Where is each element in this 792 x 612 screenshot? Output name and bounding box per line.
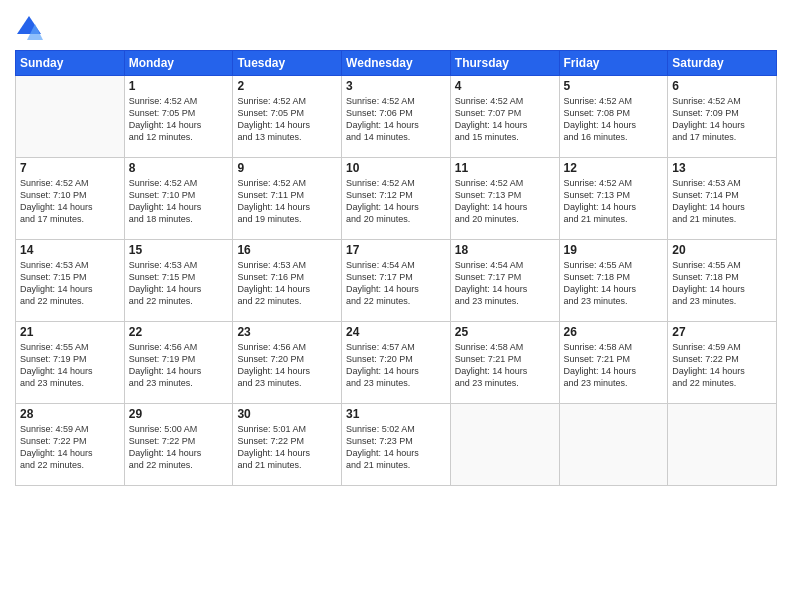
- day-info: Sunrise: 4:53 AM Sunset: 7:14 PM Dayligh…: [672, 177, 772, 226]
- calendar-cell: 31Sunrise: 5:02 AM Sunset: 7:23 PM Dayli…: [342, 404, 451, 486]
- day-info: Sunrise: 4:55 AM Sunset: 7:18 PM Dayligh…: [564, 259, 664, 308]
- day-info: Sunrise: 4:52 AM Sunset: 7:08 PM Dayligh…: [564, 95, 664, 144]
- day-info: Sunrise: 4:53 AM Sunset: 7:15 PM Dayligh…: [129, 259, 229, 308]
- calendar-cell: 1Sunrise: 4:52 AM Sunset: 7:05 PM Daylig…: [124, 76, 233, 158]
- calendar-table: SundayMondayTuesdayWednesdayThursdayFrid…: [15, 50, 777, 486]
- day-info: Sunrise: 4:52 AM Sunset: 7:09 PM Dayligh…: [672, 95, 772, 144]
- day-number: 30: [237, 407, 337, 421]
- calendar-cell: 24Sunrise: 4:57 AM Sunset: 7:20 PM Dayli…: [342, 322, 451, 404]
- day-info: Sunrise: 4:52 AM Sunset: 7:07 PM Dayligh…: [455, 95, 555, 144]
- day-number: 8: [129, 161, 229, 175]
- calendar-cell: 15Sunrise: 4:53 AM Sunset: 7:15 PM Dayli…: [124, 240, 233, 322]
- calendar-day-header: Tuesday: [233, 51, 342, 76]
- calendar-cell: [559, 404, 668, 486]
- calendar-day-header: Sunday: [16, 51, 125, 76]
- day-number: 29: [129, 407, 229, 421]
- calendar-cell: 25Sunrise: 4:58 AM Sunset: 7:21 PM Dayli…: [450, 322, 559, 404]
- calendar-cell: 13Sunrise: 4:53 AM Sunset: 7:14 PM Dayli…: [668, 158, 777, 240]
- calendar-week-row: 21Sunrise: 4:55 AM Sunset: 7:19 PM Dayli…: [16, 322, 777, 404]
- page: SundayMondayTuesdayWednesdayThursdayFrid…: [0, 0, 792, 612]
- day-info: Sunrise: 4:52 AM Sunset: 7:10 PM Dayligh…: [20, 177, 120, 226]
- day-number: 10: [346, 161, 446, 175]
- calendar-cell: 16Sunrise: 4:53 AM Sunset: 7:16 PM Dayli…: [233, 240, 342, 322]
- calendar-week-row: 28Sunrise: 4:59 AM Sunset: 7:22 PM Dayli…: [16, 404, 777, 486]
- day-number: 27: [672, 325, 772, 339]
- calendar-cell: 23Sunrise: 4:56 AM Sunset: 7:20 PM Dayli…: [233, 322, 342, 404]
- day-number: 31: [346, 407, 446, 421]
- day-number: 13: [672, 161, 772, 175]
- day-info: Sunrise: 4:54 AM Sunset: 7:17 PM Dayligh…: [455, 259, 555, 308]
- calendar-cell: 7Sunrise: 4:52 AM Sunset: 7:10 PM Daylig…: [16, 158, 125, 240]
- calendar-cell: 8Sunrise: 4:52 AM Sunset: 7:10 PM Daylig…: [124, 158, 233, 240]
- calendar-cell: 27Sunrise: 4:59 AM Sunset: 7:22 PM Dayli…: [668, 322, 777, 404]
- day-number: 23: [237, 325, 337, 339]
- calendar-cell: 21Sunrise: 4:55 AM Sunset: 7:19 PM Dayli…: [16, 322, 125, 404]
- calendar-cell: 18Sunrise: 4:54 AM Sunset: 7:17 PM Dayli…: [450, 240, 559, 322]
- day-number: 24: [346, 325, 446, 339]
- day-number: 1: [129, 79, 229, 93]
- calendar-cell: 29Sunrise: 5:00 AM Sunset: 7:22 PM Dayli…: [124, 404, 233, 486]
- calendar-day-header: Saturday: [668, 51, 777, 76]
- day-number: 12: [564, 161, 664, 175]
- calendar-cell: 22Sunrise: 4:56 AM Sunset: 7:19 PM Dayli…: [124, 322, 233, 404]
- calendar-cell: 17Sunrise: 4:54 AM Sunset: 7:17 PM Dayli…: [342, 240, 451, 322]
- calendar-cell: [668, 404, 777, 486]
- day-number: 2: [237, 79, 337, 93]
- day-number: 25: [455, 325, 555, 339]
- day-info: Sunrise: 4:52 AM Sunset: 7:06 PM Dayligh…: [346, 95, 446, 144]
- day-number: 15: [129, 243, 229, 257]
- day-number: 4: [455, 79, 555, 93]
- header: [15, 10, 777, 42]
- day-number: 5: [564, 79, 664, 93]
- calendar-cell: 12Sunrise: 4:52 AM Sunset: 7:13 PM Dayli…: [559, 158, 668, 240]
- day-info: Sunrise: 4:56 AM Sunset: 7:20 PM Dayligh…: [237, 341, 337, 390]
- calendar-cell: 19Sunrise: 4:55 AM Sunset: 7:18 PM Dayli…: [559, 240, 668, 322]
- day-number: 11: [455, 161, 555, 175]
- calendar-week-row: 7Sunrise: 4:52 AM Sunset: 7:10 PM Daylig…: [16, 158, 777, 240]
- calendar-cell: 30Sunrise: 5:01 AM Sunset: 7:22 PM Dayli…: [233, 404, 342, 486]
- day-number: 20: [672, 243, 772, 257]
- day-info: Sunrise: 4:55 AM Sunset: 7:18 PM Dayligh…: [672, 259, 772, 308]
- day-info: Sunrise: 4:53 AM Sunset: 7:15 PM Dayligh…: [20, 259, 120, 308]
- calendar-cell: 2Sunrise: 4:52 AM Sunset: 7:05 PM Daylig…: [233, 76, 342, 158]
- day-number: 17: [346, 243, 446, 257]
- calendar-day-header: Wednesday: [342, 51, 451, 76]
- calendar-cell: 4Sunrise: 4:52 AM Sunset: 7:07 PM Daylig…: [450, 76, 559, 158]
- calendar-cell: 28Sunrise: 4:59 AM Sunset: 7:22 PM Dayli…: [16, 404, 125, 486]
- calendar-cell: 5Sunrise: 4:52 AM Sunset: 7:08 PM Daylig…: [559, 76, 668, 158]
- calendar-cell: 20Sunrise: 4:55 AM Sunset: 7:18 PM Dayli…: [668, 240, 777, 322]
- day-info: Sunrise: 4:53 AM Sunset: 7:16 PM Dayligh…: [237, 259, 337, 308]
- day-info: Sunrise: 4:52 AM Sunset: 7:05 PM Dayligh…: [237, 95, 337, 144]
- calendar-cell: [450, 404, 559, 486]
- day-number: 6: [672, 79, 772, 93]
- logo-icon: [15, 14, 43, 42]
- day-info: Sunrise: 5:00 AM Sunset: 7:22 PM Dayligh…: [129, 423, 229, 472]
- day-info: Sunrise: 4:52 AM Sunset: 7:10 PM Dayligh…: [129, 177, 229, 226]
- day-info: Sunrise: 4:59 AM Sunset: 7:22 PM Dayligh…: [672, 341, 772, 390]
- calendar-cell: 3Sunrise: 4:52 AM Sunset: 7:06 PM Daylig…: [342, 76, 451, 158]
- calendar-day-header: Monday: [124, 51, 233, 76]
- logo: [15, 14, 47, 42]
- day-number: 3: [346, 79, 446, 93]
- day-info: Sunrise: 5:02 AM Sunset: 7:23 PM Dayligh…: [346, 423, 446, 472]
- day-number: 26: [564, 325, 664, 339]
- calendar-day-header: Thursday: [450, 51, 559, 76]
- calendar-day-header: Friday: [559, 51, 668, 76]
- calendar-cell: 26Sunrise: 4:58 AM Sunset: 7:21 PM Dayli…: [559, 322, 668, 404]
- calendar-header-row: SundayMondayTuesdayWednesdayThursdayFrid…: [16, 51, 777, 76]
- day-number: 22: [129, 325, 229, 339]
- day-info: Sunrise: 4:56 AM Sunset: 7:19 PM Dayligh…: [129, 341, 229, 390]
- calendar-cell: 14Sunrise: 4:53 AM Sunset: 7:15 PM Dayli…: [16, 240, 125, 322]
- day-info: Sunrise: 4:52 AM Sunset: 7:13 PM Dayligh…: [564, 177, 664, 226]
- calendar-cell: 11Sunrise: 4:52 AM Sunset: 7:13 PM Dayli…: [450, 158, 559, 240]
- calendar-cell: 9Sunrise: 4:52 AM Sunset: 7:11 PM Daylig…: [233, 158, 342, 240]
- day-info: Sunrise: 4:55 AM Sunset: 7:19 PM Dayligh…: [20, 341, 120, 390]
- day-info: Sunrise: 4:52 AM Sunset: 7:12 PM Dayligh…: [346, 177, 446, 226]
- calendar-cell: 6Sunrise: 4:52 AM Sunset: 7:09 PM Daylig…: [668, 76, 777, 158]
- day-info: Sunrise: 4:52 AM Sunset: 7:13 PM Dayligh…: [455, 177, 555, 226]
- day-number: 9: [237, 161, 337, 175]
- day-number: 7: [20, 161, 120, 175]
- day-info: Sunrise: 4:59 AM Sunset: 7:22 PM Dayligh…: [20, 423, 120, 472]
- calendar-cell: 10Sunrise: 4:52 AM Sunset: 7:12 PM Dayli…: [342, 158, 451, 240]
- day-info: Sunrise: 5:01 AM Sunset: 7:22 PM Dayligh…: [237, 423, 337, 472]
